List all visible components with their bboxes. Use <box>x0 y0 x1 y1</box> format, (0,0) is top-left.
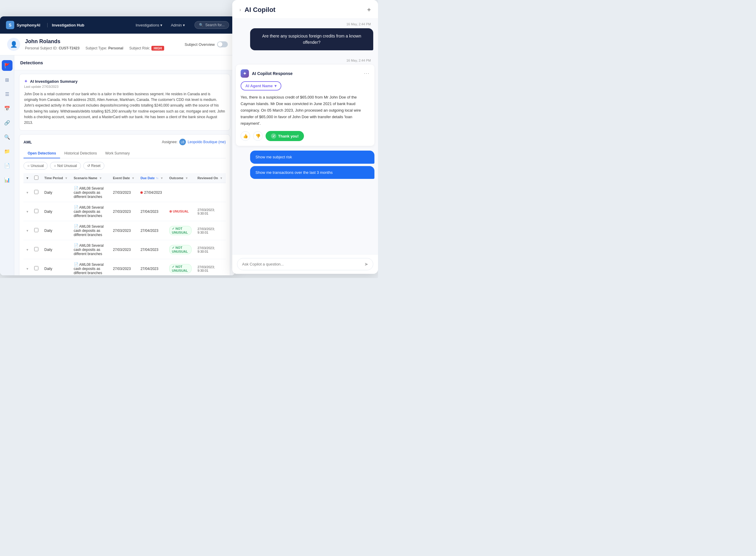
row-checkbox-3[interactable] <box>34 228 38 232</box>
scenario-filter-icon[interactable]: ▼ <box>99 176 102 180</box>
sidebar-icon-flag[interactable]: 🚩 <box>2 60 12 71</box>
subject-name: John Rolands <box>25 38 164 45</box>
reset-button[interactable]: ↺ Reset <box>83 162 104 170</box>
row-checkbox-5[interactable] <box>34 266 38 270</box>
aml-header: AML Assignee: LB Leopoldo Boutique (me) <box>24 139 226 145</box>
scenario-icon-4: 📄 <box>74 243 78 248</box>
risk-badge: HIGH <box>151 46 164 50</box>
nav-brand: SymphonyAI <box>17 23 40 27</box>
nav-admin[interactable]: Admin ▾ <box>167 21 189 29</box>
detections-header: Detections <box>14 55 235 70</box>
scenario-icon-5: 📄 <box>74 262 78 267</box>
th-reviewed-on: Reviewed On ▼ <box>194 173 226 183</box>
sidebar-icon-doc[interactable]: 📄 <box>2 160 12 171</box>
check-circle-icon: ✓ <box>271 133 276 139</box>
copilot-messages: 16 May, 2:44 PM Are there any suspicious… <box>232 19 378 254</box>
select-all-checkbox[interactable] <box>34 176 38 180</box>
agent-selector[interactable]: AI Agent Name ▾ <box>240 81 281 91</box>
ai-response-card: ✦ AI Copilot Response ··· AI Agent Name … <box>236 65 374 146</box>
tab-open-detections[interactable]: Open Detections <box>24 149 60 158</box>
send-button[interactable]: ➤ <box>364 261 368 267</box>
aml-section: AML Assignee: LB Leopoldo Boutique (me) … <box>19 134 230 275</box>
logo-icon: S <box>6 21 14 29</box>
nav-investigations[interactable]: Investigations ▾ <box>132 21 166 29</box>
content-panel: Detections ✦ AI Investigation Summary La… <box>14 55 235 275</box>
row-expand-1[interactable]: ▾ <box>27 190 28 195</box>
outcome-filter-icon[interactable]: ▼ <box>185 176 188 180</box>
copilot-header: › AI Copilot + <box>232 0 378 19</box>
outcome-not-unusual-3: ✓ NOT UNUSUAL <box>169 264 192 273</box>
check-icon: ○ <box>54 164 56 168</box>
thankyou-button[interactable]: ✓ Thank you! <box>266 131 304 141</box>
assignee-name: Leopoldo Boutique (me) <box>188 140 226 144</box>
copilot-header-left: › AI Copilot <box>239 6 275 14</box>
overview-toggle-switch[interactable] <box>217 41 228 47</box>
row-checkbox-2[interactable] <box>34 209 38 213</box>
ai-response-header: ✦ AI Copilot Response ··· <box>240 69 370 78</box>
subject-type: Subject Type: Personal <box>85 46 123 50</box>
detections-table: ▾ Time Period ▼ Scenario Name <box>24 173 226 275</box>
subject-header: 👤 John Rolands Personal Subject ID: CUST… <box>0 34 235 55</box>
top-nav: S SymphonyAI Investigation Hub Investiga… <box>0 16 235 34</box>
send-icon: ➤ <box>364 262 368 267</box>
ai-response-text: Yes, there is a suspicious credit of $65… <box>240 94 370 127</box>
timestamp-1: 16 May, 2:44 PM <box>232 19 378 28</box>
scenario-icon-3: 📄 <box>74 224 78 229</box>
subject-overview-toggle[interactable]: Subject Overview <box>185 41 228 47</box>
sidebar-icon-chart[interactable]: 📊 <box>2 174 12 185</box>
row-expand-2[interactable]: ▾ <box>27 210 28 214</box>
row-expand-4[interactable]: ▾ <box>27 248 28 252</box>
main-content: 🚩 ⊞ ☰ 📅 🔗 🔍 📁 📄 📊 Detections ✦ AI Invest… <box>0 55 235 275</box>
row-expand-5[interactable]: ▾ <box>27 267 28 271</box>
subject-risk: Subject Risk: HIGH <box>129 46 164 50</box>
feedback-row: 👍 👎 ✓ Thank you! <box>240 131 370 141</box>
tab-historical-detections[interactable]: Historical Detections <box>60 149 101 158</box>
nav-search[interactable]: 🔍 Search for... <box>194 21 229 29</box>
ai-star-icon: ✦ <box>240 69 249 78</box>
not-unusual-button[interactable]: ○ Not Unusual <box>50 162 81 170</box>
unusual-button[interactable]: ○ Unusual <box>24 162 47 170</box>
tab-work-summary[interactable]: Work Summary <box>101 149 134 158</box>
th-expand: ▾ <box>24 173 31 183</box>
scenario-icon-2: 📄 <box>74 205 78 210</box>
due-filter-icon[interactable]: ▼ <box>160 176 163 180</box>
row-checkbox-1[interactable] <box>34 190 38 194</box>
time-filter-icon[interactable]: ▼ <box>65 176 68 180</box>
sidebar-icon-network[interactable]: 🔗 <box>2 117 12 128</box>
thumbs-up-button[interactable]: 👍 <box>240 131 250 141</box>
nav-logo: S SymphonyAI <box>6 21 40 29</box>
copilot-input[interactable] <box>242 262 361 267</box>
copilot-add-button[interactable]: + <box>367 6 371 14</box>
ai-summary-text: John Doe is a retail customer of our ban… <box>24 92 225 126</box>
outcome-unusual: ⊗ UNUSUAL <box>169 210 192 213</box>
due-date-pending: 27/04/2023 <box>140 190 163 195</box>
sidebar-icon-folder[interactable]: 📁 <box>2 146 12 157</box>
ai-more-button[interactable]: ··· <box>364 71 370 76</box>
input-wrapper: ➤ <box>237 258 373 270</box>
chevron-down-icon: ▾ <box>274 84 276 88</box>
th-due-date: Due Date ↑↓ ▼ <box>138 173 166 183</box>
row-checkbox-4[interactable] <box>34 247 38 251</box>
th-outcome: Outcome ▼ <box>166 173 194 183</box>
copilot-back-chevron[interactable]: › <box>239 7 241 12</box>
chat-message-1: Show me subject risk <box>250 150 374 164</box>
sidebar-icons: 🚩 ⊞ ☰ 📅 🔗 🔍 📁 📄 📊 <box>0 55 14 275</box>
outcome-not-unusual-1: ✓ NOT UNUSUAL <box>169 226 192 235</box>
copilot-title: AI Copilot <box>244 6 275 14</box>
outcome-not-unusual-2: ✓ NOT UNUSUAL <box>169 245 192 254</box>
th-event-date: Event Date ▼ <box>110 173 138 183</box>
sidebar-icon-list[interactable]: ☰ <box>2 89 12 99</box>
ai-summary-subtitle: Last update 27/03/2023 <box>24 85 225 89</box>
sidebar-icon-grid[interactable]: ⊞ <box>2 74 12 85</box>
ai-response-title: ✦ AI Copilot Response <box>240 69 293 78</box>
thumbs-down-button[interactable]: 👎 <box>253 131 263 141</box>
event-filter-icon[interactable]: ▼ <box>132 176 135 180</box>
sparkle-icon: ✦ <box>24 79 28 84</box>
reviewed-filter-icon[interactable]: ▼ <box>220 176 223 180</box>
sidebar-icon-calendar[interactable]: 📅 <box>2 103 12 114</box>
th-checkbox <box>31 173 41 183</box>
table-header-row: ▾ Time Period ▼ Scenario Name <box>24 173 226 183</box>
row-expand-3[interactable]: ▾ <box>27 229 28 233</box>
nav-links: Investigations ▾ Admin ▾ <box>132 21 189 29</box>
sidebar-icon-search[interactable]: 🔍 <box>2 132 12 142</box>
